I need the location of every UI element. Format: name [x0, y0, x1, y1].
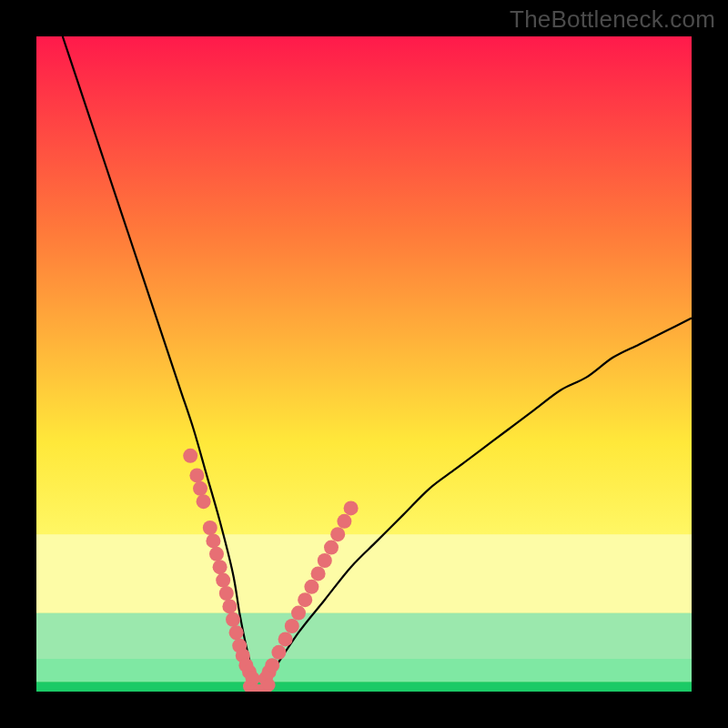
- data-dot: [298, 592, 312, 607]
- right-arm-dots: [258, 500, 359, 685]
- data-dot: [304, 580, 318, 594]
- plot-area: [36, 36, 692, 692]
- data-dot: [278, 632, 293, 646]
- data-dot: [197, 494, 211, 509]
- data-dot: [229, 625, 244, 640]
- data-dot: [330, 527, 345, 541]
- data-dot: [324, 541, 339, 555]
- left-arm-dots: [183, 449, 259, 686]
- data-dot: [318, 553, 332, 568]
- data-dot: [263, 679, 276, 692]
- chart-frame: TheBottleneck.com: [0, 0, 728, 728]
- data-dot: [206, 533, 220, 548]
- data-dot: [271, 645, 286, 660]
- data-dot: [216, 573, 230, 588]
- data-dot: [311, 566, 326, 581]
- data-dot: [183, 449, 197, 463]
- data-dot: [337, 514, 351, 529]
- data-dot: [189, 468, 204, 482]
- data-dot: [213, 560, 228, 574]
- data-dot: [285, 619, 299, 633]
- data-dot: [344, 500, 359, 515]
- data-dot: [203, 521, 217, 535]
- data-dot: [219, 586, 234, 601]
- watermark-text: TheBottleneck.com: [510, 5, 715, 34]
- bottleneck-curve: [63, 36, 692, 692]
- curve-layer: [36, 36, 692, 692]
- data-dot: [265, 658, 279, 672]
- data-dot: [193, 481, 207, 496]
- data-dot: [226, 612, 240, 627]
- data-dot: [291, 606, 306, 621]
- data-dot: [222, 599, 237, 613]
- data-dot: [209, 547, 224, 561]
